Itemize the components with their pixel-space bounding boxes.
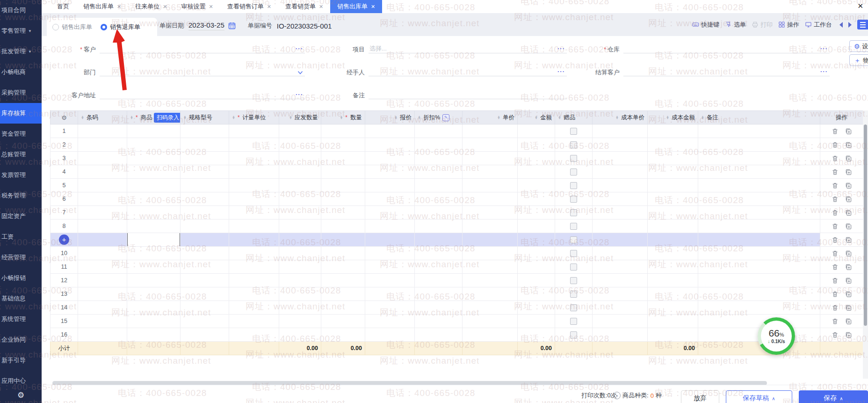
cell-barcode[interactable] bbox=[78, 192, 127, 206]
cell-cost_amount[interactable] bbox=[648, 125, 698, 138]
cell-qty[interactable] bbox=[321, 220, 365, 233]
cell-quote[interactable] bbox=[365, 138, 415, 152]
save-draft-button[interactable]: 保存草稿 ∧ bbox=[726, 390, 792, 403]
copy-add-icon[interactable] bbox=[845, 128, 852, 135]
cell-barcode[interactable] bbox=[78, 220, 127, 233]
copy-add-icon[interactable] bbox=[845, 182, 852, 189]
tab-close-icon[interactable]: ✕ bbox=[371, 4, 375, 10]
sidebar-item-6[interactable]: 资金管理 bbox=[0, 124, 42, 144]
cell-spec[interactable] bbox=[181, 125, 229, 138]
cell-product[interactable] bbox=[127, 287, 181, 301]
cell-barcode[interactable] bbox=[78, 165, 127, 179]
column-header-qty_due[interactable]: ▲▼应发数量 bbox=[279, 111, 321, 125]
cell-discount[interactable] bbox=[415, 328, 463, 342]
sidebar-item-9[interactable]: 税务管理 bbox=[0, 185, 42, 206]
cell-barcode[interactable] bbox=[78, 301, 127, 315]
cell-cost_price[interactable] bbox=[593, 165, 648, 179]
cell-quote[interactable] bbox=[365, 274, 415, 287]
cell-amount[interactable] bbox=[518, 274, 555, 287]
cell-barcode[interactable] bbox=[78, 233, 127, 247]
sidebar-item-1[interactable]: 零售管理▼ bbox=[0, 21, 42, 41]
settings-button[interactable]: ⚙ 设置 bbox=[849, 40, 868, 52]
close-icon[interactable]: ✕ bbox=[857, 2, 863, 10]
cell-quote[interactable] bbox=[365, 301, 415, 315]
cell-cost_price[interactable] bbox=[593, 179, 648, 192]
cell-qty_due[interactable] bbox=[279, 165, 321, 179]
cell-discount[interactable] bbox=[415, 192, 463, 206]
trash-icon[interactable] bbox=[832, 182, 839, 189]
cell-cost_price[interactable] bbox=[593, 247, 648, 260]
cell-note[interactable] bbox=[698, 179, 820, 192]
copy-add-icon[interactable] bbox=[845, 250, 852, 257]
tab-1[interactable]: 销售出库单✕ bbox=[76, 0, 128, 13]
cell-discount[interactable] bbox=[415, 125, 463, 138]
column-header-amount[interactable]: ▲▼金额 bbox=[518, 111, 555, 125]
cell-gift[interactable] bbox=[555, 179, 593, 192]
cell-barcode[interactable] bbox=[78, 179, 127, 192]
cell-amount[interactable] bbox=[518, 192, 555, 206]
sort-icon[interactable]: ▲▼ bbox=[558, 116, 561, 119]
cell-ops[interactable] bbox=[820, 192, 863, 206]
copy-add-icon[interactable] bbox=[845, 196, 852, 203]
cell-cost_price[interactable] bbox=[593, 328, 648, 342]
cell-note[interactable] bbox=[698, 152, 820, 165]
cell-qty[interactable] bbox=[321, 152, 365, 165]
gift-checkbox[interactable] bbox=[570, 236, 577, 243]
cell-product[interactable] bbox=[127, 138, 181, 152]
cell-ops[interactable] bbox=[820, 206, 863, 220]
cell-gift[interactable] bbox=[555, 125, 593, 138]
trash-icon[interactable] bbox=[832, 291, 839, 298]
cell-quote[interactable] bbox=[365, 192, 415, 206]
cell-product[interactable] bbox=[127, 247, 181, 260]
cell-cost_price[interactable] bbox=[593, 287, 648, 301]
tab-2[interactable]: 往来单位✕ bbox=[128, 0, 174, 13]
trash-icon[interactable] bbox=[832, 223, 839, 230]
cell-unit[interactable] bbox=[229, 274, 279, 287]
sidebar-item-18[interactable]: 应用中心 bbox=[0, 371, 42, 391]
copy-add-icon[interactable] bbox=[845, 236, 852, 243]
cell-price[interactable] bbox=[463, 220, 518, 233]
cell-price[interactable] bbox=[463, 152, 518, 165]
cell-product[interactable] bbox=[127, 301, 181, 315]
trash-icon[interactable] bbox=[832, 209, 839, 216]
cell-cost_amount[interactable] bbox=[648, 247, 698, 260]
tab-close-icon[interactable]: ✕ bbox=[163, 4, 167, 10]
cell-cost_amount[interactable] bbox=[648, 220, 698, 233]
sort-icon[interactable]: ▲▼ bbox=[183, 116, 187, 119]
cell-unit[interactable] bbox=[229, 260, 279, 274]
cell-cost_price[interactable] bbox=[593, 301, 648, 315]
cell-product[interactable] bbox=[127, 125, 181, 138]
cell-note[interactable] bbox=[698, 233, 820, 247]
column-settings-gear-icon[interactable]: ⚙ bbox=[61, 114, 67, 121]
cell-cost_price[interactable] bbox=[593, 125, 648, 138]
cell-price[interactable] bbox=[463, 165, 518, 179]
cell-qty_due[interactable] bbox=[279, 125, 321, 138]
cell-qty[interactable] bbox=[321, 328, 365, 342]
cell-discount[interactable] bbox=[415, 247, 463, 260]
cell-qty[interactable] bbox=[321, 165, 365, 179]
cell-qty_due[interactable] bbox=[279, 260, 321, 274]
cell-ops[interactable] bbox=[820, 179, 863, 192]
cell-amount[interactable] bbox=[518, 301, 555, 315]
gift-checkbox[interactable] bbox=[570, 182, 577, 189]
cell-spec[interactable] bbox=[181, 206, 229, 220]
cell-qty_due[interactable] bbox=[279, 274, 321, 287]
cell-quote[interactable] bbox=[365, 152, 415, 165]
gift-checkbox[interactable] bbox=[570, 196, 577, 203]
cell-cost_price[interactable] bbox=[593, 220, 648, 233]
cell-product[interactable] bbox=[127, 152, 181, 165]
cell-unit[interactable] bbox=[229, 206, 279, 220]
cell-qty[interactable] bbox=[321, 247, 365, 260]
tab-3[interactable]: 审核设置✕ bbox=[174, 0, 220, 13]
cell-qty[interactable] bbox=[321, 274, 365, 287]
cell-quote[interactable] bbox=[365, 179, 415, 192]
cell-discount[interactable] bbox=[415, 152, 463, 165]
cell-qty[interactable] bbox=[321, 206, 365, 220]
sort-icon[interactable]: ▲▼ bbox=[666, 116, 669, 119]
discount-edit-icon[interactable]: ✎ bbox=[442, 114, 449, 121]
cell-amount[interactable] bbox=[518, 206, 555, 220]
cell-amount[interactable] bbox=[518, 328, 555, 342]
gift-checkbox[interactable] bbox=[570, 250, 577, 257]
cell-price[interactable] bbox=[463, 301, 518, 315]
cell-amount[interactable] bbox=[518, 233, 555, 247]
